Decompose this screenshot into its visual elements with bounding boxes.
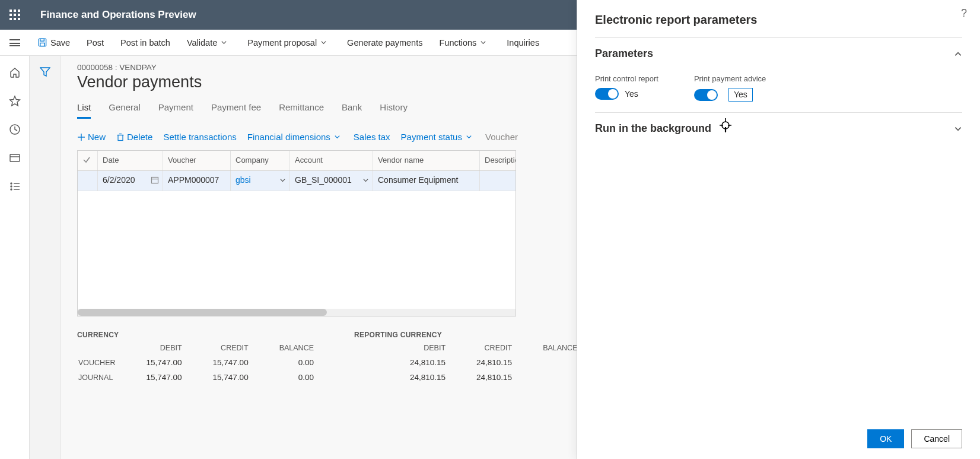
section-background: Run in the background bbox=[595, 112, 962, 135]
help-icon[interactable]: ? bbox=[961, 7, 967, 20]
calendar-icon[interactable] bbox=[151, 176, 159, 184]
post-in-batch-button[interactable]: Post in batch bbox=[112, 30, 179, 56]
print-control-toggle[interactable] bbox=[595, 88, 619, 100]
cell-date[interactable]: 6/2/2020 bbox=[98, 171, 163, 191]
delete-button[interactable]: Delete bbox=[116, 132, 152, 142]
app-launcher-icon[interactable] bbox=[0, 0, 30, 30]
select-all-checkbox[interactable] bbox=[78, 151, 98, 170]
cell-description[interactable] bbox=[480, 171, 516, 191]
cur-value: 24,810.15 bbox=[453, 371, 518, 384]
svg-point-9 bbox=[11, 183, 12, 184]
tab-remittance[interactable]: Remittance bbox=[279, 102, 324, 119]
filter-icon[interactable] bbox=[40, 67, 50, 77]
tab-payment-fee[interactable]: Payment fee bbox=[211, 102, 261, 119]
cur-value: 15,747.00 bbox=[189, 356, 254, 369]
payment-proposal-button[interactable]: Payment proposal bbox=[239, 30, 339, 56]
new-button[interactable]: New bbox=[77, 132, 106, 142]
chevron-down-icon[interactable] bbox=[362, 177, 369, 183]
col-credit: CREDIT bbox=[189, 344, 254, 354]
col-balance: BALANCE bbox=[519, 344, 583, 354]
svg-rect-21 bbox=[152, 178, 158, 183]
section-parameters: Parameters Print control report Yes Prin… bbox=[595, 37, 962, 112]
chevron-down-icon bbox=[466, 134, 472, 140]
row-selector[interactable] bbox=[78, 171, 98, 191]
post-button[interactable]: Post bbox=[78, 30, 112, 56]
left-rail bbox=[0, 56, 30, 459]
cell-account[interactable]: GB_SI_000001 bbox=[290, 171, 373, 191]
svg-rect-3 bbox=[40, 39, 44, 41]
validate-button[interactable]: Validate bbox=[179, 30, 239, 56]
tab-bank[interactable]: Bank bbox=[342, 102, 362, 119]
cell-company[interactable]: gbsi bbox=[231, 171, 290, 191]
payment-status-button[interactable]: Payment status bbox=[401, 132, 475, 142]
svg-rect-18 bbox=[118, 135, 123, 140]
col-company[interactable]: Company bbox=[231, 151, 290, 170]
nav-toggle-icon[interactable] bbox=[0, 30, 30, 56]
cell-vendor[interactable]: Consumer Equipment bbox=[373, 171, 480, 191]
tab-payment[interactable]: Payment bbox=[158, 102, 193, 119]
recent-icon[interactable] bbox=[9, 124, 21, 135]
ok-button[interactable]: OK bbox=[867, 429, 904, 448]
chevron-up-icon[interactable] bbox=[954, 50, 962, 58]
col-description[interactable]: Description bbox=[480, 151, 516, 170]
settle-button[interactable]: Settle transactions bbox=[163, 132, 236, 142]
workspace-icon[interactable] bbox=[9, 152, 21, 164]
grid-header: Date Voucher Company Account Vendor name… bbox=[78, 151, 516, 171]
horizontal-scrollbar[interactable] bbox=[78, 309, 516, 316]
cur-value: 24,810.15 bbox=[386, 356, 451, 369]
chevron-down-icon[interactable] bbox=[279, 177, 286, 183]
table-row[interactable]: 6/2/2020 APPM000007 gbsi GB_SI_000001 Co… bbox=[78, 171, 516, 191]
cur-value bbox=[519, 371, 583, 384]
functions-button[interactable]: Functions bbox=[431, 30, 498, 56]
app-title: Finance and Operations Preview bbox=[40, 9, 196, 21]
tab-history[interactable]: History bbox=[380, 102, 408, 119]
home-icon[interactable] bbox=[9, 67, 21, 78]
chevron-down-icon bbox=[320, 39, 327, 46]
section-title: Parameters bbox=[595, 48, 954, 60]
col-voucher[interactable]: Voucher bbox=[163, 151, 231, 170]
cur-value: 0.00 bbox=[256, 356, 320, 369]
save-button[interactable]: Save bbox=[30, 30, 78, 56]
panel-footer: OK Cancel bbox=[577, 419, 980, 459]
modules-icon[interactable] bbox=[9, 181, 21, 192]
col-debit: DEBIT bbox=[386, 344, 451, 354]
col-balance: BALANCE bbox=[256, 344, 320, 354]
svg-point-11 bbox=[11, 186, 12, 187]
col-debit: DEBIT bbox=[123, 344, 188, 354]
cell-voucher[interactable]: APPM000007 bbox=[163, 171, 231, 191]
field-label: Print payment advice bbox=[694, 74, 766, 83]
chevron-down-icon bbox=[221, 39, 227, 46]
row-voucher: VOUCHER bbox=[78, 356, 122, 369]
sales-tax-button[interactable]: Sales tax bbox=[354, 132, 390, 142]
col-vendor[interactable]: Vendor name bbox=[373, 151, 480, 170]
payments-grid: Date Voucher Company Account Vendor name… bbox=[77, 150, 516, 316]
cancel-button[interactable]: Cancel bbox=[911, 429, 962, 448]
tab-general[interactable]: General bbox=[109, 102, 140, 119]
inquiries-button[interactable]: Inquiries bbox=[498, 30, 548, 56]
field-label: Print control report bbox=[595, 74, 658, 83]
reporting-currency-title: REPORTING CURRENCY bbox=[354, 331, 584, 339]
field-print-advice: Print payment advice Yes bbox=[694, 74, 766, 102]
tab-list[interactable]: List bbox=[77, 102, 91, 119]
col-date[interactable]: Date bbox=[98, 151, 163, 170]
filter-gutter bbox=[30, 56, 61, 459]
cur-value bbox=[519, 356, 583, 369]
svg-rect-7 bbox=[10, 154, 20, 162]
generate-payments-button[interactable]: Generate payments bbox=[339, 30, 431, 56]
check-icon bbox=[82, 156, 91, 164]
plus-icon bbox=[77, 133, 85, 141]
row-journal: JOURNAL bbox=[78, 371, 122, 384]
svg-marker-15 bbox=[40, 68, 50, 76]
currency-title: CURRENCY bbox=[77, 331, 321, 339]
voucher-button[interactable]: Voucher bbox=[485, 132, 518, 142]
cur-value: 24,810.15 bbox=[386, 371, 451, 384]
save-icon bbox=[38, 38, 47, 47]
print-advice-toggle[interactable] bbox=[694, 89, 718, 101]
col-account[interactable]: Account bbox=[290, 151, 373, 170]
panel-title: Electronic report parameters bbox=[595, 13, 962, 27]
financial-dimensions-button[interactable]: Financial dimensions bbox=[247, 132, 343, 142]
section-title: Run in the background bbox=[595, 122, 954, 135]
chevron-down-icon[interactable] bbox=[954, 125, 962, 133]
star-icon[interactable] bbox=[9, 95, 21, 107]
cur-value: 15,747.00 bbox=[123, 356, 188, 369]
